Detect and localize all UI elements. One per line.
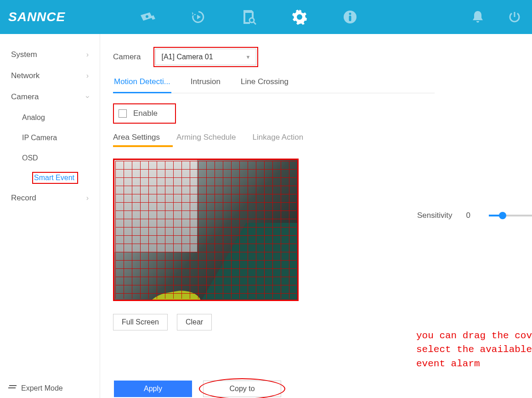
sensitivity-label: Sensitivity — [417, 211, 453, 220]
apply-button[interactable]: Apply — [114, 381, 192, 397]
sidebar-label: Network — [11, 71, 40, 80]
header-right-icons — [469, 8, 524, 26]
sidebar-item-osd[interactable]: OSD — [13, 148, 100, 168]
sensitivity-min: 0 — [466, 211, 470, 220]
sidebar-item-analog[interactable]: Analog — [13, 108, 100, 128]
sub-tabs: Area Settings Arming Schedule Linkage Ac… — [113, 133, 532, 147]
sidebar-item-system[interactable]: System › — [0, 44, 100, 65]
tab-line-crossing[interactable]: Line Crossing — [240, 77, 289, 93]
sidebar-item-smart-event[interactable]: Smart Event — [34, 174, 74, 182]
copy-to-label: Copy to — [229, 385, 255, 393]
bell-icon[interactable] — [469, 8, 487, 26]
chevron-right-icon: › — [86, 72, 89, 80]
dropdown-triangle-icon: ▼ — [246, 54, 251, 60]
sidebar-label: System — [11, 50, 37, 59]
sidebar-label: Camera — [11, 92, 39, 102]
sensitivity-slider[interactable] — [489, 215, 532, 216]
copy-to-button[interactable]: Copy to — [203, 381, 281, 397]
annotation-text: you can drag the coverage to select the … — [416, 329, 532, 371]
expert-mode-label: Expert Mode — [21, 384, 63, 392]
svg-point-1 — [249, 18, 254, 23]
liveview-icon[interactable] — [139, 8, 157, 26]
sidebar-subitems-camera: Analog IP Camera OSD Smart Event — [0, 108, 100, 188]
info-icon[interactable] — [341, 8, 359, 26]
sidebar-item-network[interactable]: Network › — [0, 65, 100, 86]
tab-intrusion[interactable]: Intrusion — [190, 77, 221, 93]
enable-label: Enable — [133, 109, 158, 118]
expert-mode-icon — [8, 385, 17, 392]
sidebar-item-camera[interactable]: Camera › — [0, 86, 100, 108]
annotation-highlight-box: [A1] Camera 01 ▼ — [153, 47, 258, 67]
expert-mode-toggle[interactable]: Expert Mode — [0, 379, 100, 398]
sidebar: System › Network › Camera › Analog IP Ca… — [0, 34, 100, 398]
top-header: SANNCE — [0, 0, 532, 34]
settings-icon[interactable] — [290, 8, 309, 26]
camera-label: Camera — [113, 52, 141, 62]
filesearch-icon[interactable] — [240, 8, 258, 26]
full-screen-button[interactable]: Full Screen — [113, 314, 168, 330]
brand-logo: SANNCE — [8, 10, 65, 24]
clear-button[interactable]: Clear — [177, 314, 212, 330]
sidebar-label: Record — [11, 193, 36, 203]
detection-grid-overlay — [115, 161, 296, 299]
camera-select-value: [A1] Camera 01 — [161, 53, 213, 61]
nav-icons — [139, 8, 359, 26]
motion-area-grid[interactable] — [113, 159, 299, 301]
sidebar-item-record[interactable]: Record › — [0, 188, 100, 209]
tab-motion-detection[interactable]: Motion Detecti... — [113, 77, 171, 93]
event-tabs: Motion Detecti... Intrusion Line Crossin… — [113, 77, 435, 93]
footer-buttons: Apply Copy to — [114, 381, 281, 397]
subtab-linkage-action[interactable]: Linkage Action — [253, 133, 304, 147]
camera-select[interactable]: [A1] Camera 01 ▼ — [155, 49, 256, 65]
power-icon[interactable] — [505, 8, 524, 26]
svg-rect-5 — [349, 16, 351, 21]
chevron-right-icon: › — [86, 51, 89, 59]
annotation-highlight-box: Enable — [113, 103, 176, 124]
svg-point-2 — [297, 14, 302, 20]
svg-point-0 — [146, 15, 148, 18]
subtab-area-settings[interactable]: Area Settings — [113, 133, 160, 147]
svg-point-4 — [349, 13, 351, 15]
annotation-highlight-box: Smart Event — [32, 172, 78, 184]
playback-icon[interactable] — [189, 8, 208, 26]
main-content: Camera [A1] Camera 01 ▼ Motion Detecti..… — [100, 34, 532, 398]
enable-checkbox[interactable] — [119, 109, 127, 118]
subtab-arming-schedule[interactable]: Arming Schedule — [176, 133, 236, 147]
sidebar-item-ipcamera[interactable]: IP Camera — [13, 128, 100, 148]
sensitivity-row: Sensitivity 0 100 20 — [417, 208, 532, 223]
chevron-right-icon: › — [86, 194, 89, 202]
chevron-down-icon: › — [83, 96, 91, 98]
slider-handle[interactable] — [499, 212, 506, 219]
